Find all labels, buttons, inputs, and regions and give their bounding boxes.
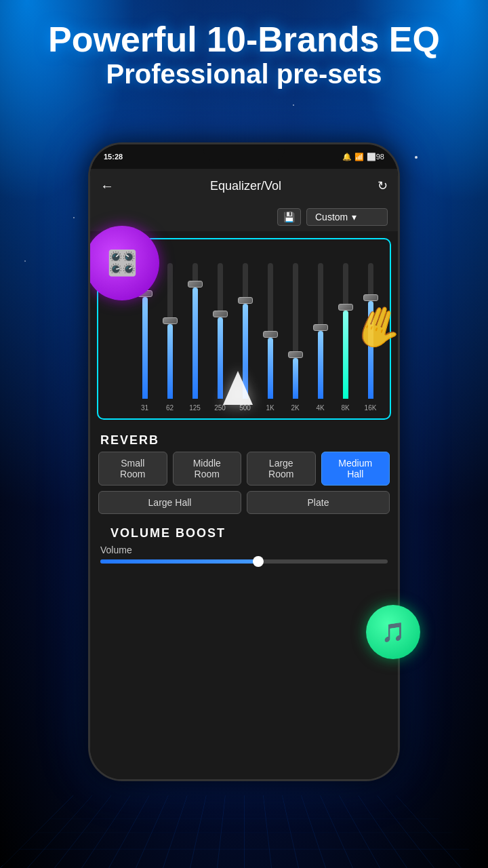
eq-icon-overlay[interactable]: 🎛️ (88, 226, 159, 300)
volume-boost-title: VOLUME BOOST (100, 519, 388, 545)
eq-band-1K[interactable] (258, 263, 283, 399)
bell-icon: 🔔 (342, 153, 352, 161)
reverb-title: REVERB (90, 427, 398, 452)
volume-label: Volume (100, 545, 388, 555)
eq-bar-fill-250 (218, 317, 223, 399)
eq-freq-label-1K: 1K (258, 404, 283, 412)
eq-track-4K (318, 263, 323, 399)
reverb-btn-large-room[interactable]: Large Room (247, 452, 316, 486)
status-icons: 🔔 📶 ⬜98 (342, 153, 384, 161)
reverb-btn-large-hall[interactable]: Large Hall (98, 491, 241, 514)
up-arrow-indicator (223, 371, 253, 405)
eq-freq-label-125: 125 (183, 404, 207, 412)
eq-bar-fill-8K (343, 311, 348, 399)
eq-bar-fill-1K (268, 338, 273, 399)
eq-bar-fill-125 (192, 288, 198, 399)
status-bar: 15:28 🔔 📶 ⬜98 (90, 144, 398, 169)
eq-freq-label-62: 62 (158, 404, 182, 412)
eq-freq-label-2K: 2K (283, 404, 308, 412)
eq-band-4K[interactable] (308, 263, 333, 399)
eq-handle-2K[interactable] (288, 351, 303, 358)
eq-bar-fill-4K (318, 331, 323, 399)
refresh-button[interactable]: ↻ (378, 178, 388, 193)
eq-handle-4K[interactable] (313, 324, 328, 331)
eq-handle-500[interactable] (238, 297, 253, 304)
eq-track-2K (293, 263, 298, 399)
preset-name: Custom (315, 212, 348, 222)
eq-handle-250[interactable] (213, 311, 228, 317)
eq-track-62 (167, 263, 173, 399)
wifi-icon: 📶 (354, 153, 364, 161)
equalizer-icon: 🎛️ (107, 249, 138, 277)
eq-handle-1K[interactable] (263, 331, 278, 338)
phone-frame: 15:28 🔔 📶 ⬜98 ← Equalizer/Vol ↻ 💾 Cu (88, 142, 400, 781)
back-button[interactable]: ← (100, 178, 114, 194)
eq-freq-label-16K: 16K (359, 404, 383, 412)
app-content: ← Equalizer/Vol ↻ 💾 Custom ▾ 🎛️ (90, 169, 398, 779)
dropdown-arrow-icon: ▾ (352, 212, 357, 222)
phone-mockup: 15:28 🔔 📶 ⬜98 ← Equalizer/Vol ↻ 💾 Cu (88, 142, 400, 781)
volume-slider-thumb[interactable] (253, 556, 264, 567)
volume-slider[interactable] (100, 559, 388, 564)
reverb-btn-middle-room[interactable]: Middle Room (173, 452, 242, 486)
eq-freq-labels: 31621252505001K2K4K8K16K (105, 404, 383, 412)
reverb-btn-medium-hall[interactable]: Medium Hall (321, 452, 390, 486)
save-icon: 💾 (283, 212, 295, 222)
eq-handle-125[interactable] (188, 281, 203, 288)
eq-bar-fill-62 (167, 324, 173, 399)
reverb-btn-small-room[interactable]: Small Room (98, 452, 167, 486)
eq-track-250 (218, 263, 223, 399)
volume-boost-section: VOLUME BOOST Volume (90, 519, 398, 574)
eq-band-2K[interactable] (283, 263, 308, 399)
notch (203, 144, 285, 162)
header-section: Powerful 10-Brands EQ Professional pre-s… (0, 20, 488, 90)
eq-freq-label-8K: 8K (333, 404, 358, 412)
reverb-section: REVERB Small RoomMiddle RoomLarge RoomMe… (90, 427, 398, 519)
eq-band-125[interactable] (183, 263, 207, 399)
preset-row: 💾 Custom ▾ (90, 203, 398, 231)
eq-track-125 (192, 263, 198, 399)
battery-icon: ⬜98 (367, 153, 384, 161)
eq-freq-label-31: 31 (133, 404, 157, 412)
eq-track-8K (343, 263, 348, 399)
eq-band-62[interactable] (158, 263, 182, 399)
eq-freq-label-250: 250 (208, 404, 232, 412)
eq-handle-62[interactable] (163, 317, 178, 324)
eq-area: 🎛️ 🤚 31621252505001K2K4K8K16K (97, 238, 391, 420)
eq-bar-fill-31 (142, 297, 148, 399)
eq-track-1K (268, 263, 273, 399)
eq-freq-label-4K: 4K (308, 404, 333, 412)
volume-slider-fill (100, 559, 258, 564)
reverb-buttons-container: Small RoomMiddle RoomLarge RoomMedium Ha… (90, 452, 398, 519)
app-bar-title: Equalizer/Vol (121, 179, 371, 193)
eq-freq-label-500: 500 (233, 404, 258, 412)
reverb-btn-plate[interactable]: Plate (247, 491, 390, 514)
status-time: 15:28 (104, 153, 123, 161)
eq-bar-fill-2K (293, 358, 298, 399)
app-bar: ← Equalizer/Vol ↻ (90, 169, 398, 203)
preset-save-button[interactable]: 💾 (277, 208, 301, 226)
music-note-icon: 🎵 (382, 621, 405, 644)
eq-handle-8K[interactable] (338, 304, 353, 311)
main-title: Powerful 10-Brands EQ (0, 20, 488, 59)
main-subtitle: Professional pre-sets (0, 59, 488, 90)
fab-music-button[interactable]: 🎵 (366, 605, 420, 659)
preset-dropdown[interactable]: Custom ▾ (306, 208, 388, 226)
